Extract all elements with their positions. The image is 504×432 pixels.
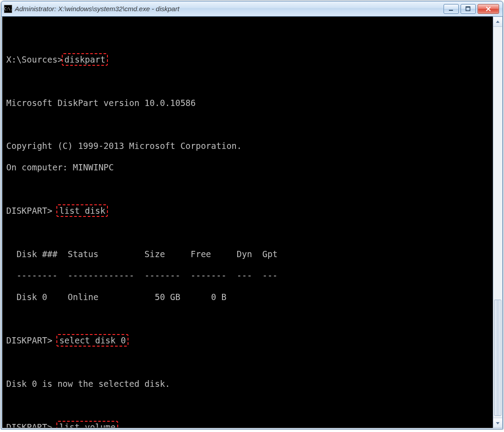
window-title: Administrator: X:\windows\system32\cmd.e…	[15, 5, 441, 13]
highlight-select-disk: select disk 0	[56, 334, 128, 347]
scrollbar-track[interactable]	[493, 27, 502, 418]
cmd-icon: C:\.	[4, 5, 12, 13]
highlight-list-disk: list disk	[56, 204, 108, 217]
terminal-output[interactable]: X:\Sources>diskpart Microsoft DiskPart v…	[2, 17, 493, 428]
close-icon	[485, 6, 491, 12]
scroll-down-button[interactable]	[493, 418, 502, 428]
window-controls	[444, 4, 499, 14]
disk-divider: -------- ------------- ------- ------- -…	[6, 270, 490, 281]
highlight-list-volume: list volume	[56, 421, 118, 428]
select-disk-result: Disk 0 is now the selected disk.	[6, 378, 490, 389]
maximize-icon	[466, 6, 471, 12]
svg-rect-0	[449, 10, 453, 11]
minimize-icon	[448, 6, 454, 12]
cmd-window: C:\. Administrator: X:\windows\system32\…	[1, 1, 503, 429]
disk-row: Disk 0 Online 50 GB 0 B	[6, 292, 490, 302]
chevron-up-icon	[495, 20, 500, 24]
chevron-down-icon	[495, 421, 500, 425]
version-line: Microsoft DiskPart version 10.0.10586	[6, 97, 490, 108]
prompt: X:\Sources>	[6, 55, 63, 64]
titlebar[interactable]: C:\. Administrator: X:\windows\system32\…	[1, 1, 503, 17]
disk-header: Disk ### Status Size Free Dyn Gpt	[6, 249, 490, 259]
svg-rect-2	[466, 7, 470, 8]
maximize-button[interactable]	[461, 4, 476, 14]
copyright-line: Copyright (C) 1999-2013 Microsoft Corpor…	[6, 140, 490, 151]
vertical-scrollbar[interactable]	[493, 17, 503, 428]
client-area: X:\Sources>diskpart Microsoft DiskPart v…	[1, 17, 503, 429]
diskpart-prompt: DISKPART>	[6, 422, 52, 428]
diskpart-prompt: DISKPART>	[6, 206, 52, 216]
scrollbar-thumb[interactable]	[494, 300, 501, 416]
diskpart-prompt: DISKPART>	[6, 335, 52, 345]
computer-line: On computer: MINWINPC	[6, 162, 490, 173]
scroll-up-button[interactable]	[493, 17, 502, 27]
minimize-button[interactable]	[444, 4, 459, 14]
highlight-diskpart: diskpart	[62, 53, 108, 66]
close-button[interactable]	[478, 4, 499, 14]
